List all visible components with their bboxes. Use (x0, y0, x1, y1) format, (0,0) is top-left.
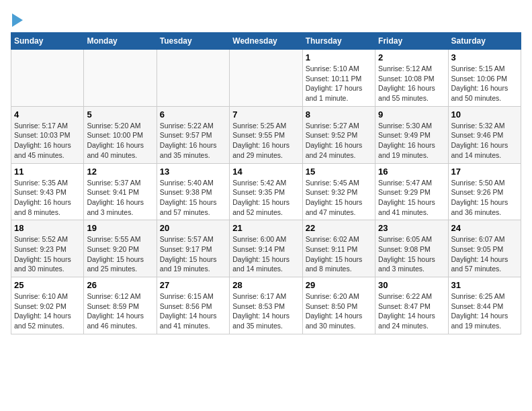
day-info: Sunrise: 6:00 AMSunset: 9:14 PMDaylight:… (232, 234, 299, 274)
day-number: 23 (378, 223, 445, 233)
day-info: Sunrise: 6:15 AMSunset: 8:56 PMDaylight:… (160, 291, 226, 331)
calendar-cell: 28Sunrise: 6:17 AMSunset: 8:53 PMDayligh… (230, 277, 302, 334)
calendar-cell: 21Sunrise: 6:00 AMSunset: 9:14 PMDayligh… (230, 220, 302, 277)
calendar-cell: 3Sunrise: 5:15 AMSunset: 10:06 PMDayligh… (448, 50, 521, 107)
day-info: Sunrise: 6:10 AMSunset: 9:02 PMDaylight:… (14, 291, 81, 331)
weekday-header-saturday: Saturday (448, 33, 521, 50)
day-number: 25 (14, 280, 81, 290)
day-info: Sunrise: 5:57 AMSunset: 9:17 PMDaylight:… (160, 234, 226, 274)
day-number: 28 (232, 280, 299, 290)
day-number: 24 (451, 223, 518, 233)
day-info: Sunrise: 5:27 AMSunset: 9:52 PMDaylight:… (306, 121, 372, 161)
day-number: 1 (306, 52, 372, 62)
day-info: Sunrise: 6:05 AMSunset: 9:08 PMDaylight:… (378, 234, 445, 274)
calendar-cell: 26Sunrise: 6:12 AMSunset: 8:59 PMDayligh… (84, 277, 157, 334)
day-number: 3 (451, 52, 518, 62)
calendar-cell: 5Sunrise: 5:20 AMSunset: 10:00 PMDayligh… (84, 106, 157, 163)
day-number: 20 (160, 223, 226, 233)
calendar-cell: 2Sunrise: 5:12 AMSunset: 10:08 PMDayligh… (375, 50, 448, 107)
calendar-week-3: 11Sunrise: 5:35 AMSunset: 9:43 PMDayligh… (11, 163, 521, 220)
weekday-header-monday: Monday (84, 33, 157, 50)
calendar-cell: 10Sunrise: 5:32 AMSunset: 9:46 PMDayligh… (448, 106, 521, 163)
page-header (11, 11, 521, 27)
day-number: 18 (14, 223, 81, 233)
calendar-cell: 7Sunrise: 5:25 AMSunset: 9:55 PMDaylight… (230, 106, 302, 163)
calendar-cell: 4Sunrise: 5:17 AMSunset: 10:03 PMDayligh… (11, 106, 84, 163)
calendar-cell: 15Sunrise: 5:45 AMSunset: 9:32 PMDayligh… (302, 163, 375, 220)
calendar-cell: 19Sunrise: 5:55 AMSunset: 9:20 PMDayligh… (84, 220, 157, 277)
weekday-header-sunday: Sunday (11, 33, 84, 50)
day-number: 21 (232, 223, 299, 233)
calendar-week-2: 4Sunrise: 5:17 AMSunset: 10:03 PMDayligh… (11, 106, 521, 163)
day-number: 31 (451, 280, 518, 290)
calendar-week-1: 1Sunrise: 5:10 AMSunset: 10:11 PMDayligh… (11, 50, 521, 107)
day-info: Sunrise: 5:20 AMSunset: 10:00 PMDaylight… (87, 121, 153, 161)
weekday-header-thursday: Thursday (302, 33, 375, 50)
calendar-cell: 23Sunrise: 6:05 AMSunset: 9:08 PMDayligh… (375, 220, 448, 277)
day-info: Sunrise: 5:32 AMSunset: 9:46 PMDaylight:… (451, 121, 518, 161)
day-info: Sunrise: 6:22 AMSunset: 8:47 PMDaylight:… (378, 291, 445, 331)
day-info: Sunrise: 6:25 AMSunset: 8:44 PMDaylight:… (451, 291, 518, 331)
day-info: Sunrise: 5:17 AMSunset: 10:03 PMDaylight… (14, 121, 81, 161)
weekday-header-friday: Friday (375, 33, 448, 50)
day-number: 12 (87, 167, 153, 177)
calendar-cell: 30Sunrise: 6:22 AMSunset: 8:47 PMDayligh… (375, 277, 448, 334)
day-info: Sunrise: 5:10 AMSunset: 10:11 PMDaylight… (306, 64, 372, 103)
day-number: 8 (306, 109, 372, 120)
day-info: Sunrise: 5:35 AMSunset: 9:43 PMDaylight:… (14, 178, 81, 218)
weekday-header-wednesday: Wednesday (230, 33, 302, 50)
calendar-cell: 16Sunrise: 5:47 AMSunset: 9:29 PMDayligh… (375, 163, 448, 220)
day-info: Sunrise: 5:25 AMSunset: 9:55 PMDaylight:… (232, 121, 299, 161)
calendar-week-4: 18Sunrise: 5:52 AMSunset: 9:23 PMDayligh… (11, 220, 521, 277)
day-number: 14 (232, 167, 299, 177)
day-number: 22 (306, 223, 372, 233)
calendar-cell: 1Sunrise: 5:10 AMSunset: 10:11 PMDayligh… (302, 50, 375, 107)
day-info: Sunrise: 6:02 AMSunset: 9:11 PMDaylight:… (306, 234, 372, 274)
calendar-cell (230, 50, 302, 107)
day-info: Sunrise: 5:12 AMSunset: 10:08 PMDaylight… (378, 64, 445, 103)
day-number: 2 (378, 52, 445, 62)
day-info: Sunrise: 5:50 AMSunset: 9:26 PMDaylight:… (451, 178, 518, 218)
day-number: 6 (160, 109, 226, 120)
calendar-cell: 6Sunrise: 5:22 AMSunset: 9:57 PMDaylight… (157, 106, 229, 163)
day-number: 4 (14, 109, 81, 120)
calendar-cell (157, 50, 229, 107)
calendar-cell: 25Sunrise: 6:10 AMSunset: 9:02 PMDayligh… (11, 277, 84, 334)
day-number: 10 (451, 109, 518, 120)
calendar-cell: 22Sunrise: 6:02 AMSunset: 9:11 PMDayligh… (302, 220, 375, 277)
day-info: Sunrise: 6:12 AMSunset: 8:59 PMDaylight:… (87, 291, 153, 331)
calendar-table: SundayMondayTuesdayWednesdayThursdayFrid… (11, 32, 521, 334)
day-info: Sunrise: 6:07 AMSunset: 9:05 PMDaylight:… (451, 234, 518, 274)
day-number: 5 (87, 109, 153, 120)
day-number: 19 (87, 223, 153, 233)
day-info: Sunrise: 5:40 AMSunset: 9:38 PMDaylight:… (160, 178, 226, 218)
day-number: 26 (87, 280, 153, 290)
day-number: 29 (306, 280, 372, 290)
day-number: 15 (306, 167, 372, 177)
calendar-cell (84, 50, 157, 107)
calendar-cell: 20Sunrise: 5:57 AMSunset: 9:17 PMDayligh… (157, 220, 229, 277)
calendar-cell: 24Sunrise: 6:07 AMSunset: 9:05 PMDayligh… (448, 220, 521, 277)
logo (11, 11, 23, 27)
calendar-cell: 9Sunrise: 5:30 AMSunset: 9:49 PMDaylight… (375, 106, 448, 163)
weekday-header-tuesday: Tuesday (157, 33, 229, 50)
day-info: Sunrise: 5:55 AMSunset: 9:20 PMDaylight:… (87, 234, 153, 274)
calendar-cell: 14Sunrise: 5:42 AMSunset: 9:35 PMDayligh… (230, 163, 302, 220)
day-number: 11 (14, 167, 81, 177)
day-info: Sunrise: 5:30 AMSunset: 9:49 PMDaylight:… (378, 121, 445, 161)
calendar-cell: 31Sunrise: 6:25 AMSunset: 8:44 PMDayligh… (448, 277, 521, 334)
calendar-cell: 11Sunrise: 5:35 AMSunset: 9:43 PMDayligh… (11, 163, 84, 220)
day-info: Sunrise: 5:47 AMSunset: 9:29 PMDaylight:… (378, 178, 445, 218)
day-info: Sunrise: 5:37 AMSunset: 9:41 PMDaylight:… (87, 178, 153, 218)
calendar-cell: 18Sunrise: 5:52 AMSunset: 9:23 PMDayligh… (11, 220, 84, 277)
calendar-cell: 29Sunrise: 6:20 AMSunset: 8:50 PMDayligh… (302, 277, 375, 334)
day-info: Sunrise: 6:20 AMSunset: 8:50 PMDaylight:… (306, 291, 372, 331)
day-number: 16 (378, 167, 445, 177)
calendar-cell: 13Sunrise: 5:40 AMSunset: 9:38 PMDayligh… (157, 163, 229, 220)
logo-arrow-icon (12, 13, 23, 27)
day-info: Sunrise: 5:42 AMSunset: 9:35 PMDaylight:… (232, 178, 299, 218)
calendar-cell: 8Sunrise: 5:27 AMSunset: 9:52 PMDaylight… (302, 106, 375, 163)
day-info: Sunrise: 6:17 AMSunset: 8:53 PMDaylight:… (232, 291, 299, 331)
calendar-cell: 17Sunrise: 5:50 AMSunset: 9:26 PMDayligh… (448, 163, 521, 220)
day-number: 7 (232, 109, 299, 120)
